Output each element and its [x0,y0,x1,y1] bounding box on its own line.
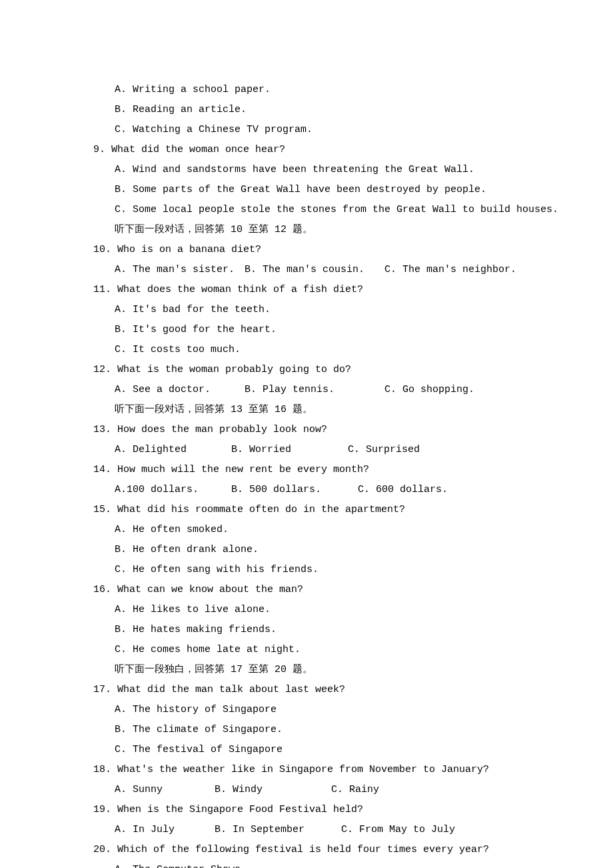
option-text: C. The man's neighbor. [384,260,516,280]
option-text: A. The Computer Shows [93,860,520,868]
question-17: 17. What did the man talk about last wee… [93,680,520,700]
option-row: A. Delighted B. Worried C. Surprised [93,440,520,460]
option-text: B. Reading an article. [93,100,520,120]
option-text: C. Rainy [331,780,379,800]
option-text: A. It's bad for the teeth. [93,300,520,320]
option-text: B. 500 dollars. [231,480,358,500]
option-text: B. In September [215,820,341,840]
option-text: C. Some local people stole the stones fr… [93,200,520,220]
option-text: C. Go shopping. [384,380,474,400]
question-15: 15. What did his roommate often do in th… [93,500,520,520]
option-text: A. Wind and sandstorms have been threate… [93,160,520,180]
option-text: B. It's good for the heart. [93,320,520,340]
question-16: 16. What can we know about the man? [93,580,520,600]
question-20: 20. Which of the following festival is h… [93,840,520,860]
option-text: C. From May to July [341,820,455,840]
question-19: 19. When is the Singapore Food Festival … [93,800,520,820]
option-text: A. In July [115,820,215,840]
option-text: A. Writing a school paper. [93,80,520,100]
question-10: 10. Who is on a banana diet? [93,240,520,260]
option-row: A. Sunny B. Windy C. Rainy [93,780,520,800]
option-row: A.100 dollars. B. 500 dollars. C. 600 do… [93,480,520,500]
instruction-text: 听下面一段对话，回答第 13 至第 16 题。 [93,400,520,420]
instruction-text: 听下面一段独白，回答第 17 至第 20 题。 [93,660,520,680]
option-text: C. The festival of Singapore [93,740,520,760]
question-14: 14. How much will the new rent be every … [93,460,520,480]
question-9: 9. What did the woman once hear? [93,140,520,160]
option-text: B. Windy [215,780,331,800]
option-text: B. The climate of Singapore. [93,720,520,740]
question-13: 13. How does the man probably look now? [93,420,520,440]
option-text: C. Surprised [348,440,420,460]
option-text: B. Play tennis. [245,380,384,400]
option-text: A.100 dollars. [115,480,231,500]
option-row: A. See a doctor. B. Play tennis. C. Go s… [93,380,520,400]
option-text: C. He often sang with his friends. [93,560,520,580]
option-text: B. He hates making friends. [93,620,520,640]
option-text: A. The man's sister. [115,260,245,280]
option-row: A. The man's sister. B. The man's cousin… [93,260,520,280]
option-text: C. He comes home late at night. [93,640,520,660]
option-text: C. Watching a Chinese TV program. [93,120,520,140]
option-text: C. It costs too much. [93,340,520,360]
option-text: A. He likes to live alone. [93,600,520,620]
option-text: B. Some parts of the Great Wall have bee… [93,180,520,200]
option-text: B. Worried [231,440,348,460]
option-text: A. The history of Singapore [93,700,520,720]
option-text: A. He often smoked. [93,520,520,540]
instruction-text: 听下面一段对话，回答第 10 至第 12 题。 [93,220,520,240]
option-text: C. 600 dollars. [358,480,448,500]
option-text: A. See a doctor. [115,380,245,400]
question-18: 18. What's the weather like in Singapore… [93,760,520,780]
option-text: A. Delighted [115,440,231,460]
question-11: 11. What does the woman think of a fish … [93,280,520,300]
option-row: A. In July B. In September C. From May t… [93,820,520,840]
option-text: B. The man's cousin. [245,260,384,280]
question-12: 12. What is the woman probably going to … [93,360,520,380]
option-text: B. He often drank alone. [93,540,520,560]
option-text: A. Sunny [115,780,215,800]
document-page: A. Writing a school paper. B. Reading an… [0,0,613,868]
